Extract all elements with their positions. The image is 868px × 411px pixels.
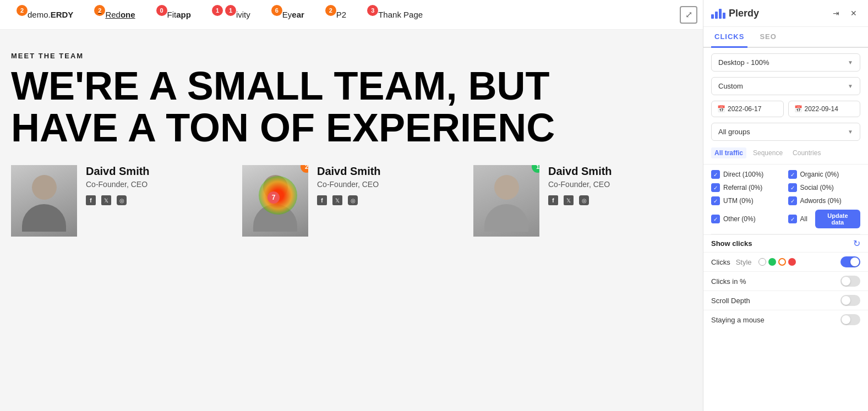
nav-label-fitapp: Fitapp — [167, 10, 191, 19]
card-title-2: Co-Founder, CEO — [317, 180, 381, 189]
headline-line2: HAVE A TON OF EXPERIENC — [11, 107, 692, 149]
staying-mouse-toggle[interactable] — [840, 314, 860, 325]
clicks-pct-label: Clicks in % — [711, 277, 746, 286]
date-type-value: Custom — [718, 82, 743, 90]
nav-badge-demo: 2 — [17, 5, 28, 16]
style-radio-1[interactable] — [758, 258, 766, 266]
scroll-depth-toggle[interactable] — [840, 295, 860, 306]
expand-button[interactable]: ⤢ — [680, 6, 697, 24]
date-start-field[interactable]: 📅 2022-06-17 — [711, 101, 784, 117]
team-card-3: 1 Daivd Smith Co-Founder, CEO f 𝕏 ◎ — [473, 165, 683, 237]
date-range: 📅 2022-06-17 📅 2022-09-14 — [703, 95, 868, 117]
card-title-3: Co-Founder, CEO — [548, 180, 612, 189]
style-dot-orange-ring[interactable] — [778, 258, 786, 266]
instagram-icon-3[interactable]: ◎ — [579, 195, 589, 205]
nav-label-eyewear: Eyear — [282, 10, 304, 19]
facebook-icon-1[interactable]: f — [86, 195, 96, 205]
cb-adwords-label: Adwords (0%) — [800, 197, 842, 205]
device-dropdown-value: Desktop - 100% — [718, 58, 769, 67]
meet-label: MEET THE TEAM — [11, 52, 692, 60]
tab-clicks[interactable]: CLICKS — [711, 27, 747, 48]
twitter-icon-3[interactable]: 𝕏 — [564, 195, 574, 205]
logo-bar-1 — [711, 14, 714, 19]
cb-organic[interactable]: Organic (0%) — [788, 170, 861, 179]
cb-all[interactable]: All Update data — [788, 210, 861, 228]
card-name-3: Daivd Smith — [548, 165, 612, 178]
nav-label-demo: demo.ERDY — [28, 10, 73, 19]
nav-item-eyewear[interactable]: 6 Eyear — [260, 0, 314, 29]
person-head-3 — [494, 175, 519, 200]
cb-social-label: Social (0%) — [800, 184, 834, 191]
sidebar-tabs: CLICKS SEO — [703, 27, 868, 48]
device-dropdown[interactable]: Desktop - 100% ▼ — [711, 53, 860, 72]
person-body-2 — [253, 204, 297, 232]
cb-other[interactable]: Other (0%) — [711, 210, 784, 228]
twitter-icon-2[interactable]: 𝕏 — [332, 195, 342, 205]
avatar-1 — [11, 165, 77, 237]
instagram-icon-1[interactable]: ◎ — [117, 195, 127, 205]
cb-adwords-box — [788, 196, 797, 205]
chevron-down-icon-date: ▼ — [848, 83, 853, 89]
cb-utm[interactable]: UTM (0%) — [711, 196, 784, 205]
staying-mouse-row: Staying a mouse — [703, 310, 868, 329]
traffic-tab-countries[interactable]: Countries — [789, 147, 824, 158]
all-groups-dropdown[interactable]: All groups ▼ — [711, 123, 860, 141]
nav-item-demo[interactable]: 2 demo.ERDY — [6, 0, 83, 29]
style-dot-green[interactable] — [768, 258, 776, 266]
person-silhouette-3 — [473, 165, 539, 237]
card-name-1: Daivd Smith — [86, 165, 150, 178]
date-type-dropdown[interactable]: Custom ▼ — [711, 77, 860, 95]
clicks-pct-toggle[interactable] — [840, 276, 860, 287]
cb-utm-box — [711, 196, 720, 205]
toggle-knob-scroll — [842, 296, 850, 305]
nav-badge-eyewear: 6 — [271, 5, 282, 16]
facebook-icon-3[interactable]: f — [548, 195, 558, 205]
cb-other-label: Other (0%) — [723, 215, 756, 223]
date-start-value: 2022-06-17 — [728, 105, 761, 113]
show-clicks-section: Show clicks ↻ — [703, 234, 868, 252]
checkbox-grid: Direct (100%) Organic (0%) Referral (0%)… — [703, 165, 868, 234]
date-end-value: 2022-09-14 — [805, 105, 838, 113]
clicks-label: Clicks — [711, 258, 730, 266]
cb-other-box — [711, 215, 720, 223]
twitter-icon-1[interactable]: 𝕏 — [101, 195, 111, 205]
team-cards: Daivd Smith Co-Founder, CEO f 𝕏 ◎ — [11, 165, 692, 237]
cb-social[interactable]: Social (0%) — [788, 183, 861, 192]
card-socials-3: f 𝕏 ◎ — [548, 195, 612, 205]
close-icon[interactable]: ✕ — [847, 7, 860, 20]
cb-direct[interactable]: Direct (100%) — [711, 170, 784, 179]
nav-badge-ivity1: 1 — [212, 5, 223, 16]
sidebar: Plerdy ⇥ ✕ CLICKS SEO Desktop - 100% ▼ C… — [703, 0, 868, 411]
date-end-field[interactable]: 📅 2022-09-14 — [788, 101, 861, 117]
nav-item-ivity[interactable]: 1 1 ivity — [201, 0, 260, 29]
style-dot-red[interactable] — [788, 258, 796, 266]
nav-badge-fitapp: 0 — [156, 5, 167, 16]
instagram-icon-2[interactable]: ◎ — [348, 195, 358, 205]
toggle-knob-clicks — [850, 257, 859, 266]
nav-item-p2[interactable]: 2 P2 — [314, 0, 356, 29]
clicks-toggle[interactable] — [840, 256, 860, 267]
nav-label-p2: P2 — [336, 10, 346, 19]
collapse-icon[interactable]: ⇥ — [829, 7, 843, 20]
facebook-icon-2[interactable]: f — [317, 195, 327, 205]
logo-bar-3 — [719, 9, 722, 19]
show-clicks-header: Show clicks ↻ — [711, 238, 860, 249]
toggle-knob-clicks-pct — [842, 277, 850, 286]
tab-seo[interactable]: SEO — [756, 27, 779, 48]
nav-item-redone[interactable]: 2 Redone — [83, 0, 145, 29]
nav-item-fitapp[interactable]: 0 Fitapp — [145, 0, 201, 29]
traffic-tab-all[interactable]: All traffic — [711, 147, 746, 158]
cb-all-label: All — [800, 215, 807, 223]
chevron-down-icon-groups: ▼ — [848, 129, 853, 135]
nav-item-thankpage[interactable]: 3 Thank Page — [356, 0, 433, 29]
traffic-tab-sequence[interactable]: Sequence — [750, 147, 786, 158]
cb-referral-box — [711, 183, 720, 192]
update-data-button[interactable]: Update data — [815, 210, 860, 228]
cb-referral[interactable]: Referral (0%) — [711, 183, 784, 192]
main-content: 2 demo.ERDY 2 Redone 0 Fitapp 1 1 ivity … — [0, 0, 703, 411]
avatar-2: 7 2 — [242, 165, 308, 237]
refresh-icon[interactable]: ↻ — [853, 238, 860, 249]
nav-label-ivity: ivity — [236, 10, 250, 19]
top-nav: 2 demo.ERDY 2 Redone 0 Fitapp 1 1 ivity … — [0, 0, 703, 30]
cb-adwords[interactable]: Adwords (0%) — [788, 196, 861, 205]
